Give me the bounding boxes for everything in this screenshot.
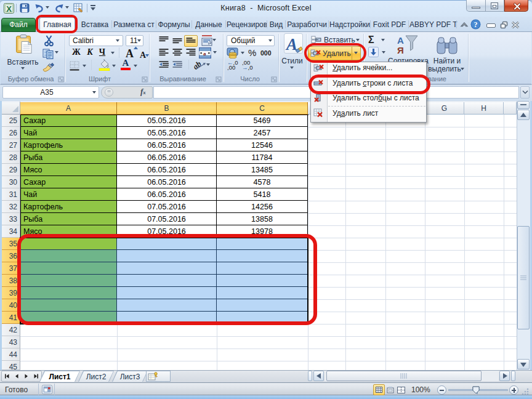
svg-text:А: А xyxy=(397,35,404,46)
svg-text:А: А xyxy=(140,50,147,59)
svg-text:a: a xyxy=(203,50,206,57)
svg-text:?: ? xyxy=(474,20,478,29)
svg-text:Я: Я xyxy=(397,45,404,55)
svg-text:ab: ab xyxy=(194,59,203,71)
